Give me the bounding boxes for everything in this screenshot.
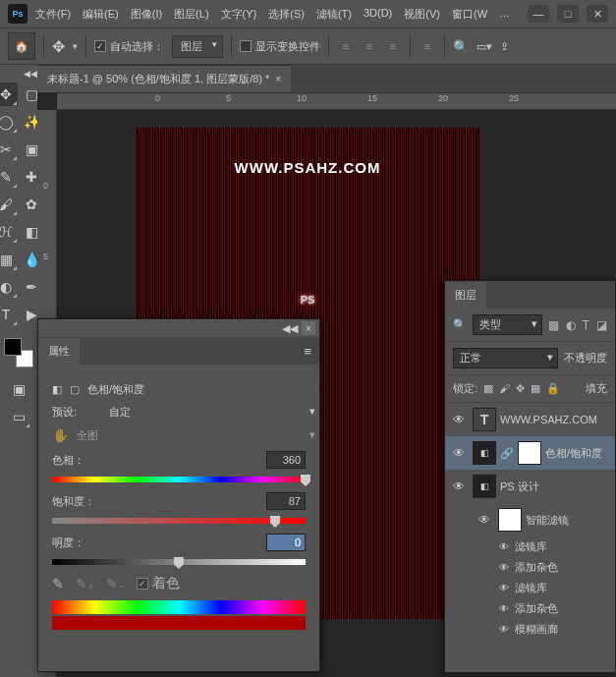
saturation-value[interactable]: 87 — [266, 492, 306, 510]
crop-tool[interactable]: ✂ — [0, 138, 18, 161]
collapse-icon[interactable]: ◀◀ — [282, 322, 298, 335]
history-brush-tool[interactable]: ℋ — [0, 220, 18, 244]
auto-select-checkbox[interactable]: ✓自动选择： — [94, 39, 164, 54]
layer-thumb: T — [473, 408, 496, 431]
lasso-tool[interactable]: ◯ — [0, 110, 18, 134]
visibility-icon[interactable]: 👁 — [449, 446, 469, 460]
layer-filter-type[interactable]: 类型 — [473, 314, 542, 335]
layer-smartfilters[interactable]: 👁 智能滤镜 — [445, 503, 615, 536]
layer-text[interactable]: 👁 T WWW.PSAHZ.COM — [445, 403, 615, 436]
lock-label: 锁定: — [453, 381, 477, 396]
menu-image[interactable]: 图像(I) — [131, 7, 162, 22]
dropdown-icon[interactable]: ▾ — [73, 41, 78, 51]
panel-menu-icon[interactable]: ≡ — [304, 344, 311, 359]
align-buttons[interactable]: ≡≡≡ — [337, 37, 402, 55]
smart-filter-item[interactable]: 👁滤镜库 — [445, 536, 615, 557]
dodge-tool[interactable]: ◐ — [0, 275, 18, 299]
so-thumb: ◧ — [473, 475, 496, 498]
menu-view[interactable]: 视图(V) — [404, 7, 440, 22]
close-button[interactable]: ✕ — [587, 5, 608, 23]
menu-layer[interactable]: 图层(L) — [174, 7, 208, 22]
gradient-tool[interactable]: ▦ — [0, 248, 18, 271]
canvas-text-psahz: WWW.PSAHZ.COM — [136, 159, 479, 176]
eyedropper-sub-icon[interactable]: ✎₋ — [106, 576, 125, 592]
visibility-icon[interactable]: 👁 — [449, 480, 469, 493]
minimize-button[interactable]: — — [528, 5, 549, 23]
eyedropper-add-icon[interactable]: ✎₊ — [76, 576, 94, 592]
show-transform-checkbox[interactable]: 显示变换控件 — [240, 39, 320, 54]
home-button[interactable]: 🏠 — [8, 32, 35, 60]
close-panel-icon[interactable]: × — [302, 321, 315, 335]
adj-icon: ◧ — [52, 383, 62, 396]
filter-pixel-icon[interactable]: ▩ — [548, 318, 559, 332]
smart-filter-item[interactable]: 👁模糊画廊 — [445, 619, 615, 640]
menu-window[interactable]: 窗口(W — [452, 7, 487, 22]
visibility-icon[interactable]: 👁 — [475, 513, 494, 527]
hue-gradient-bottom — [52, 616, 306, 630]
quickmask-tool[interactable]: ▣ — [7, 377, 30, 401]
mask-icon: ▢ — [70, 383, 80, 396]
main-menu: 文件(F) 编辑(E) 图像(I) 图层(L) 文字(Y) 选择(S) 滤镜(T… — [35, 7, 528, 22]
filter-mask-thumb — [498, 508, 522, 532]
color-swatches[interactable] — [4, 338, 33, 367]
brush-tool[interactable]: 🖌 — [0, 193, 18, 216]
lock-transparent-icon[interactable]: ▩ — [483, 382, 493, 395]
move-tool-icon: ✥ — [52, 37, 65, 56]
link-icon[interactable]: 🔗 — [500, 447, 514, 460]
colorize-checkbox[interactable]: ✓着色 — [137, 575, 180, 592]
close-tab-icon[interactable]: × — [275, 74, 281, 85]
type-tool[interactable]: T — [0, 303, 18, 326]
lock-artboard-icon[interactable]: ▦ — [531, 382, 540, 395]
ruler-horizontal: 0510152025 — [57, 92, 616, 110]
hue-slider[interactable] — [52, 477, 306, 482]
filter-shape-icon[interactable]: ◪ — [596, 318, 607, 332]
smart-filter-item[interactable]: 👁滤镜库 — [445, 578, 615, 598]
app-logo: Ps — [8, 4, 28, 24]
saturation-label: 饱和度： — [52, 494, 101, 509]
menu-file[interactable]: 文件(F) — [35, 7, 71, 22]
menu-more[interactable]: … — [499, 7, 510, 22]
lightness-slider[interactable] — [52, 559, 306, 565]
menu-select[interactable]: 选择(S) — [268, 7, 305, 22]
visibility-icon[interactable]: 👁 — [449, 413, 469, 426]
filter-adjust-icon[interactable]: ◐ — [566, 318, 576, 332]
smart-filter-item[interactable]: 👁添加杂色 — [445, 557, 615, 578]
lightness-value[interactable]: 0 — [266, 534, 306, 551]
maximize-button[interactable]: □ — [557, 5, 579, 23]
distribute-buttons[interactable]: ≡ — [419, 37, 436, 55]
lock-image-icon[interactable]: 🖌 — [499, 382, 510, 395]
properties-panel: ◀◀× 属性 ≡ ◧ ▢ 色相/饱和度 预设: 自定 ✋ 全图 色相： 360 … — [37, 318, 320, 672]
document-tab[interactable]: 未标题-1 @ 50% (色相/饱和度 1, 图层蒙版/8) *× — [37, 65, 291, 92]
hand-icon[interactable]: ✋ — [52, 427, 69, 443]
smart-filter-item[interactable]: 👁添加杂色 — [445, 598, 615, 619]
move-tool[interactable]: ✥ — [0, 83, 18, 106]
search-icon[interactable]: 🔍 — [453, 39, 469, 54]
workspace-icon[interactable]: ▭▾ — [476, 40, 492, 53]
saturation-slider[interactable] — [52, 518, 306, 524]
properties-tab[interactable]: 属性 — [38, 338, 80, 365]
eyedropper-tool[interactable]: ✎ — [0, 165, 18, 189]
menu-edit[interactable]: 编辑(E) — [83, 7, 119, 22]
layer-adjustment[interactable]: 👁 ◧ 🔗 色相/饱和度 — [445, 436, 615, 470]
expand-tools-icon[interactable]: ◀◀ — [24, 69, 37, 79]
preset-dropdown[interactable]: 自定 — [109, 405, 306, 420]
layer-smartobject[interactable]: 👁 ◧ PS 设计 — [445, 470, 615, 503]
blend-mode-dropdown[interactable]: 正常 — [453, 348, 558, 368]
lock-all-icon[interactable]: 🔒 — [546, 382, 560, 395]
menu-filter[interactable]: 滤镜(T) — [316, 7, 352, 22]
lock-position-icon[interactable]: ✥ — [516, 382, 525, 395]
layers-tab[interactable]: 图层 — [445, 282, 486, 309]
eyedropper-icon[interactable]: ✎ — [52, 576, 64, 592]
menu-type[interactable]: 文字(Y) — [221, 7, 257, 22]
channel-dropdown[interactable]: 全图 — [77, 428, 306, 443]
screen-mode-tool[interactable]: ▭ — [7, 405, 30, 428]
search-icon[interactable]: 🔍 — [453, 318, 467, 331]
menu-3d[interactable]: 3D(D) — [364, 7, 392, 22]
tools-panel: ◀◀ ✥▢ ◯✨ ✂▣ ✎✚ 🖌✿ ℋ◧ ▦💧 ◐✒ T▶ ▣ ▭ — [0, 65, 37, 677]
lightness-label: 明度： — [52, 536, 101, 550]
share-icon[interactable]: ⇪ — [500, 40, 509, 53]
hue-value[interactable]: 360 — [266, 451, 306, 469]
filter-type-icon[interactable]: T — [583, 318, 589, 332]
auto-select-target[interactable]: 图层 — [172, 35, 223, 58]
adjustment-name: 色相/饱和度 — [87, 382, 144, 397]
